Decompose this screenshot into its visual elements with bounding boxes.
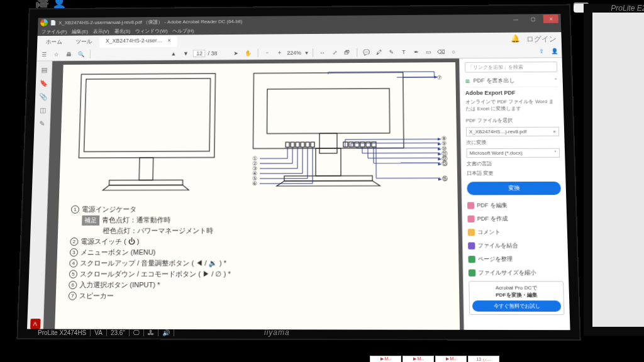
svg-text:⑮: ⑮: [442, 175, 448, 182]
svg-rect-19: [366, 142, 370, 147]
link-combine[interactable]: ファイルを結合: [468, 241, 563, 251]
svg-rect-5: [267, 89, 390, 134]
page-content: ①②③ ④⑤⑥: [54, 62, 460, 330]
zoom-menu-icon[interactable]: ▾: [305, 50, 308, 56]
star-icon[interactable]: ☆: [52, 49, 62, 58]
export-desc: オンラインで PDF ファイルを Word または Excel に変換します: [465, 98, 558, 112]
link-compress[interactable]: ファイルサイズを縮小: [469, 268, 564, 279]
menu-help[interactable]: ヘルプ(H): [172, 27, 194, 34]
windows-logo-icon[interactable]: [40, 19, 48, 26]
search-icon[interactable]: 🔍: [75, 49, 86, 59]
tray-item[interactable]: ▶ M..: [402, 356, 434, 362]
zoom-out-icon[interactable]: －: [262, 48, 272, 58]
more-tools-icon[interactable]: ○: [448, 47, 458, 57]
document-viewport[interactable]: ①②③ ④⑤⑥: [43, 58, 464, 330]
convert-label: 次に変換: [466, 138, 560, 146]
draw-icon[interactable]: ✎: [386, 47, 396, 57]
try-free-button[interactable]: 今すぐ無料でお試し: [472, 300, 561, 312]
link-organize[interactable]: ページを整理: [468, 254, 563, 265]
svg-text:⑬: ⑬: [441, 160, 447, 167]
pointer-icon[interactable]: ➤: [231, 48, 241, 58]
page-number[interactable]: 12: [193, 50, 206, 57]
sidebar-toggle-icon[interactable]: ☰: [39, 50, 49, 59]
stamp-icon[interactable]: ▭: [424, 47, 434, 57]
right-panel: 「リンクを追加」を検索 🗎 PDF を書き出し ˄ Adobe Export P…: [459, 58, 570, 330]
tab-document[interactable]: X_XB2474HS-2-user… ×: [99, 36, 177, 47]
monitor-brand: iiyama: [264, 328, 290, 337]
signatures-icon[interactable]: ✎: [37, 119, 47, 129]
fit-page-icon[interactable]: ⤢: [330, 47, 340, 57]
tray-item[interactable]: 13 ぃ…: [468, 356, 499, 362]
webcam-decor: 🎥 👤: [35, 0, 66, 9]
thumbnails-icon[interactable]: ▤: [39, 65, 49, 75]
export-pdf-acc[interactable]: 🗎 PDF を書き出し ˄: [465, 75, 558, 87]
description-list: 1電源インジケータ 補足青色点灯：通常動作時 橙色点灯：パワーマネージメント時 …: [69, 204, 447, 302]
svg-rect-11: [296, 142, 299, 147]
svg-rect-12: [301, 142, 304, 147]
link-comment[interactable]: コメント: [468, 227, 562, 238]
print-icon[interactable]: 🖶: [64, 49, 74, 59]
svg-rect-13: [306, 142, 309, 147]
taskbar-tray: ▶ M.. ▶ M.. ▶ M.. 13 ぃ…: [370, 356, 499, 362]
tray-item[interactable]: ▶ M..: [370, 356, 401, 362]
webcam-right: [574, 3, 589, 13]
export-brand: Adobe Export PDF: [465, 89, 558, 96]
monitor-info: ProLite X2474HSVA23.6" 🖵🖧🔊: [38, 329, 174, 336]
text-icon[interactable]: T: [399, 47, 409, 57]
zoom-value[interactable]: 224%: [287, 50, 301, 56]
tab-home[interactable]: ホーム: [40, 37, 69, 48]
minimize-button[interactable]: —: [508, 14, 523, 23]
zoom-in-icon[interactable]: ＋: [275, 48, 285, 58]
close-button[interactable]: ✕: [543, 14, 558, 23]
acrobat-logo-icon[interactable]: A: [30, 319, 41, 329]
menu-view[interactable]: 表示(V): [93, 28, 109, 35]
link-edit-pdf[interactable]: PDF を編集: [467, 200, 562, 211]
svg-rect-18: [360, 142, 365, 147]
secondary-monitor: [592, 13, 644, 327]
convert-select[interactable]: Microsoft Word (*.docx)˅: [466, 148, 560, 158]
file-select[interactable]: X_XB2474HS…j-rev8.pdf×: [466, 126, 559, 136]
attachments-icon[interactable]: 📎: [38, 92, 48, 102]
page-total: / 38: [208, 50, 218, 57]
svg-rect-10: [291, 142, 294, 147]
comment-icon[interactable]: 💬: [362, 47, 372, 57]
menu-file[interactable]: ファイル(F): [41, 28, 67, 35]
export-pdf-icon: 🗎: [465, 78, 470, 84]
erase-icon[interactable]: ⌫: [436, 47, 446, 57]
convert-button[interactable]: 変換: [467, 182, 561, 195]
menu-window[interactable]: ウィンドウ(W): [135, 28, 168, 35]
share-icon[interactable]: ⇪: [536, 46, 547, 56]
menu-edit[interactable]: 編集(E): [72, 28, 88, 35]
lang-label: 文書の言語: [467, 160, 560, 167]
clear-icon[interactable]: ×: [553, 128, 556, 134]
highlight-icon[interactable]: 🖍: [374, 47, 384, 57]
login-link[interactable]: ログイン: [526, 34, 557, 45]
acrobat-window: 📄 X_XB2474HS-2-usermanual-j-rev8.pdf （保護…: [27, 14, 570, 330]
tab-close-icon[interactable]: ×: [168, 37, 171, 43]
sign-icon[interactable]: ✒: [411, 47, 421, 57]
svg-rect-20: [372, 142, 376, 147]
svg-text:⑥: ⑥: [252, 180, 257, 187]
bookmarks-icon[interactable]: 🔖: [38, 78, 48, 88]
page-up-icon[interactable]: ▲: [169, 48, 179, 58]
read-mode-icon[interactable]: 🗗: [342, 47, 352, 57]
svg-rect-0: [79, 74, 215, 158]
pro-upsell: Acrobat Pro DCで PDFを変換・編集 今すぐ無料でお試し: [469, 281, 564, 315]
hand-icon[interactable]: ✋: [243, 48, 253, 58]
fit-width-icon[interactable]: ↔: [318, 48, 328, 58]
svg-rect-14: [311, 142, 314, 147]
tray-item[interactable]: ▶ M..: [435, 356, 467, 362]
svg-text:⑦: ⑦: [437, 75, 442, 81]
menu-sign[interactable]: 署名(S): [114, 28, 130, 35]
account-icon[interactable]: 👤: [549, 46, 559, 56]
maximize-button[interactable]: ▢: [526, 14, 541, 23]
link-create-pdf[interactable]: PDF を作成: [467, 214, 562, 225]
lang-value[interactable]: 日本語 変更: [467, 170, 560, 177]
bell-icon[interactable]: 🔔: [511, 35, 520, 45]
tool-search-input[interactable]: 「リンクを追加」を検索: [465, 62, 557, 73]
window-title: X_XB2474HS-2-usermanual-j-rev8.pdf （保護） …: [58, 18, 242, 26]
layers-icon[interactable]: ◫: [38, 105, 48, 115]
tab-tools[interactable]: ツール: [69, 36, 98, 48]
secondary-brand: ProLite E22: [611, 4, 644, 13]
page-down-icon[interactable]: ▼: [181, 48, 191, 58]
